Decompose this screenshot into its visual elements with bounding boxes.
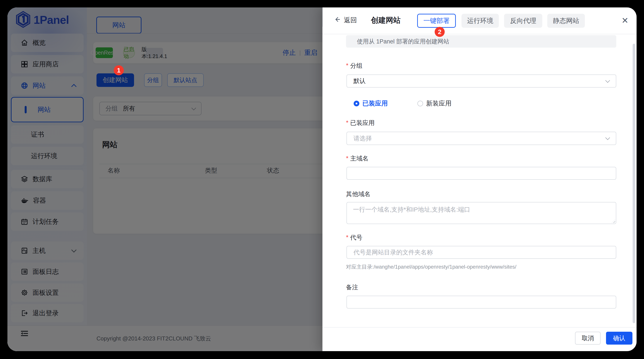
tab-one-click-deploy[interactable]: 一键部署 bbox=[417, 14, 456, 28]
field-label-code: * 代号 bbox=[346, 234, 362, 242]
radio-installed-label[interactable]: 已装应用 bbox=[362, 99, 388, 108]
tab-label: 一键部署 bbox=[424, 16, 450, 25]
required-asterisk: * bbox=[346, 155, 348, 162]
confirm-label: 确认 bbox=[613, 334, 626, 342]
required-asterisk: * bbox=[346, 62, 348, 69]
installed-app-select[interactable]: 请选择 bbox=[346, 132, 616, 145]
field-label-remark: 备注 bbox=[346, 283, 358, 292]
code-field-wrap bbox=[346, 246, 616, 259]
cancel-label: 取消 bbox=[582, 334, 594, 342]
installed-app-placeholder: 请选择 bbox=[354, 134, 372, 142]
annotation-step-1-badge: 1 bbox=[114, 65, 124, 75]
app-window: 1Panel 概览 应用商店 网站 网站 证书 bbox=[8, 8, 636, 351]
header-separator bbox=[322, 8, 323, 17]
field-label-installed-app: * 已装应用 bbox=[346, 119, 374, 127]
info-banner: 使用从 1Panel 部署的应用创建网站 bbox=[346, 35, 616, 48]
drawer-footer-divider bbox=[322, 327, 636, 328]
drawer-title: 创建网站 bbox=[371, 15, 400, 25]
remark-input[interactable] bbox=[354, 299, 609, 306]
close-icon[interactable]: ✕ bbox=[618, 14, 632, 27]
other-domains-textarea[interactable] bbox=[346, 202, 616, 224]
tab-runtime[interactable]: 运行环境 bbox=[462, 14, 499, 28]
confirm-button[interactable]: 确认 bbox=[606, 332, 632, 344]
back-button[interactable]: 返回 bbox=[333, 16, 357, 25]
drawer-scrollbar-thumb[interactable] bbox=[633, 44, 635, 323]
group-select[interactable]: 默认 bbox=[346, 74, 616, 88]
cancel-button[interactable]: 取消 bbox=[575, 332, 600, 344]
other-domains-field-wrap bbox=[346, 202, 616, 224]
code-helper-text: 对应主目录:/wanghe/1panel/apps/openresty/1pan… bbox=[346, 263, 516, 270]
tab-reverse-proxy[interactable]: 反向代理 bbox=[504, 14, 542, 28]
radio-installed-app[interactable] bbox=[354, 101, 359, 106]
tab-label: 运行环境 bbox=[467, 16, 493, 25]
tab-label: 静态网站 bbox=[553, 16, 579, 25]
tab-label: 反向代理 bbox=[510, 16, 536, 25]
drawer-header-divider bbox=[322, 34, 636, 34]
primary-domain-input[interactable] bbox=[354, 170, 609, 177]
radio-new-label[interactable]: 新装应用 bbox=[426, 99, 452, 108]
app-source-radio-group: 已装应用 新装应用 bbox=[354, 99, 452, 108]
primary-domain-field-wrap bbox=[346, 167, 616, 180]
code-input[interactable] bbox=[354, 249, 609, 256]
chevron-down-icon bbox=[605, 136, 610, 140]
radio-new-app[interactable] bbox=[418, 101, 423, 106]
back-label: 返回 bbox=[344, 16, 357, 25]
field-label-group: * 分组 bbox=[346, 62, 362, 70]
header-separator bbox=[322, 17, 323, 27]
group-select-value: 默认 bbox=[354, 77, 366, 85]
arrow-left-icon bbox=[333, 16, 341, 25]
create-website-drawer: 返回 创建网站 一键部署 运行环境 反向代理 静态网站 ✕ 使用从 1Panel… bbox=[322, 8, 636, 351]
chevron-down-icon bbox=[605, 78, 610, 82]
field-label-other-domains: 其他域名 bbox=[346, 190, 370, 198]
required-asterisk: * bbox=[346, 119, 348, 126]
remark-field-wrap bbox=[346, 296, 616, 308]
field-label-primary-domain: * 主域名 bbox=[346, 154, 368, 163]
annotation-step-2-badge: 2 bbox=[435, 27, 445, 37]
required-asterisk: * bbox=[346, 234, 348, 241]
tab-static-website[interactable]: 静态网站 bbox=[547, 14, 585, 28]
